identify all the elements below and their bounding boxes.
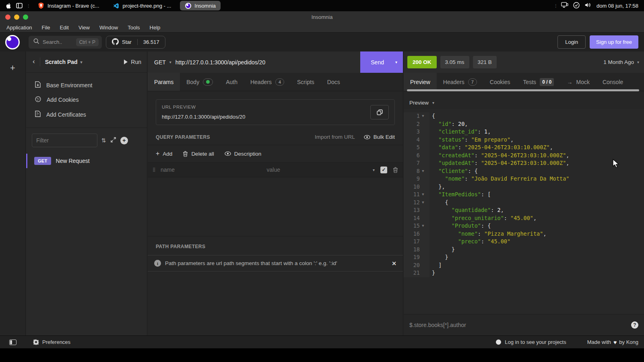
login-hint[interactable]: Log in to see your projects: [496, 339, 566, 345]
response-tab-tests[interactable]: Tests0 / 0: [516, 73, 560, 91]
volume-icon[interactable]: [584, 2, 592, 9]
copy-url-button[interactable]: [370, 105, 389, 119]
response-tab-mock[interactable]: →Mock: [560, 73, 596, 91]
sidebar-item-base-environment[interactable]: Base Environment: [26, 78, 147, 93]
plus-icon: +: [156, 150, 159, 157]
import-from-url-button[interactable]: Import from URL: [315, 134, 355, 140]
github-star-button[interactable]: Star 36.517: [106, 36, 165, 49]
app-tab-insomnia[interactable]: Insomnia: [180, 1, 221, 10]
response-body-viewer[interactable]: 1▼{2 "id": 20,3 "cliente_id": 1,4 "statu…: [404, 109, 644, 314]
request-list-item[interactable]: GET New Request: [26, 154, 147, 168]
response-tab-cookies[interactable]: Cookies: [483, 73, 517, 91]
tab-label: Params: [154, 79, 173, 85]
drag-handle-icon[interactable]: ⣿: [153, 169, 158, 171]
code-line: 4 "status": "Em preparo",: [404, 136, 644, 144]
url-input[interactable]: http://127.0.0.1:3000/api/pedidos/20: [175, 59, 265, 66]
gutter: 9: [404, 175, 429, 183]
bulk-edit-button[interactable]: Bulk Edit: [364, 134, 395, 140]
menu-file[interactable]: File: [38, 25, 54, 31]
response-tab-console[interactable]: Console: [596, 73, 630, 91]
toggle-description-button[interactable]: Description: [225, 151, 262, 157]
menu-tools[interactable]: Tools: [124, 25, 144, 31]
code-line: 21}: [404, 269, 644, 277]
close-icon[interactable]: ✕: [392, 260, 396, 267]
sidebar-item-add-cookies[interactable]: Add Cookies: [26, 93, 147, 107]
sidebar-item-label: Base Environment: [46, 82, 92, 88]
query-actions: + Add Delete all Description: [148, 145, 403, 162]
expand-icon[interactable]: [110, 137, 116, 144]
chevron-down-icon: ▾: [432, 101, 434, 105]
preferences-label: Preferences: [42, 339, 70, 345]
fold-spacer: [420, 238, 426, 246]
run-button[interactable]: Run: [124, 59, 141, 65]
request-tab-headers[interactable]: Headers4: [244, 73, 291, 91]
sort-icon[interactable]: ⇅: [101, 137, 106, 144]
gutter: 16: [404, 230, 429, 238]
back-chevron-icon[interactable]: ‹: [32, 58, 38, 66]
preview-mode-dropdown[interactable]: Preview ▾: [404, 95, 644, 111]
fold-toggle-icon[interactable]: ▼: [420, 112, 426, 120]
preview-mode-label: Preview: [409, 100, 429, 106]
delete-all-button[interactable]: Delete all: [183, 151, 214, 157]
request-tab-body[interactable]: Body: [180, 73, 219, 91]
request-tab-params[interactable]: Params: [148, 73, 180, 91]
param-name-input[interactable]: [161, 167, 264, 173]
response-tab-preview[interactable]: Preview: [404, 73, 437, 91]
response-history-dropdown[interactable]: 1 Month Ago ▾: [603, 59, 639, 65]
response-filter-input[interactable]: [409, 322, 631, 328]
fold-toggle-icon[interactable]: ▼: [420, 199, 426, 207]
signup-button[interactable]: Sign up for free: [590, 35, 638, 49]
menu-window[interactable]: Window: [95, 25, 122, 31]
code-line: 12▼ {: [404, 199, 644, 207]
menubar-clock[interactable]: dom 08 jun, 17:58: [597, 3, 638, 9]
path-parameters-title: PATH PARAMETERS: [148, 237, 403, 255]
toggle-sidebar-icon[interactable]: [9, 339, 17, 345]
add-request-button[interactable]: +: [120, 137, 128, 144]
request-tab-auth[interactable]: Auth: [219, 73, 244, 91]
request-tab-scripts[interactable]: Scripts: [291, 73, 321, 91]
fold-toggle-icon[interactable]: ▼: [420, 222, 426, 230]
preferences-button[interactable]: Preferences: [33, 339, 70, 345]
fold-toggle-icon[interactable]: ▼: [420, 167, 426, 175]
send-button[interactable]: Send ▾: [360, 51, 403, 73]
check-circle-icon[interactable]: [573, 2, 580, 10]
add-workspace-icon[interactable]: +: [0, 63, 25, 73]
fold-spacer: [420, 246, 426, 254]
window-switcher-icon[interactable]: [16, 2, 23, 9]
fold-spacer: [420, 152, 426, 160]
display-icon[interactable]: [561, 2, 568, 9]
workspace-selector[interactable]: Scratch Pad ▾: [45, 59, 83, 65]
method-selector[interactable]: GET ▾: [148, 59, 175, 66]
window-titlebar: Insomnia: [0, 11, 644, 23]
sidebar-filter-input[interactable]: [32, 134, 97, 147]
add-param-button[interactable]: + Add: [156, 150, 172, 157]
trash-icon[interactable]: [393, 167, 398, 173]
menu-view[interactable]: View: [74, 25, 94, 31]
menu-application[interactable]: Application: [2, 25, 36, 31]
menu-edit[interactable]: Edit: [56, 25, 73, 31]
insomnia-logo-icon[interactable]: [5, 35, 20, 49]
request-tab-docs[interactable]: Docs: [321, 73, 347, 91]
request-name: New Request: [56, 158, 90, 164]
app-tab-brave[interactable]: Instagram - Brave (c...: [33, 1, 104, 10]
method-badge: GET: [34, 157, 51, 165]
chevron-down-icon[interactable]: ▾: [373, 168, 375, 172]
help-icon[interactable]: ?: [631, 321, 638, 329]
response-tab-headers[interactable]: Headers7: [437, 73, 483, 91]
horizontal-scrollbar[interactable]: [407, 89, 639, 91]
code-line: 13 "quantidade": 2,: [404, 206, 644, 214]
param-enabled-checkbox[interactable]: ✓: [380, 167, 387, 173]
code-text: "preco": "45.00": [429, 238, 510, 246]
global-search-button[interactable]: Search.. Ctrl + P: [29, 36, 102, 49]
app-tab-vscode[interactable]: project-three.png - ...: [108, 1, 176, 10]
param-value-input[interactable]: [266, 167, 370, 173]
search-placeholder: Search..: [43, 39, 62, 45]
sidebar-item-add-certificates[interactable]: Add Certificates: [26, 107, 147, 122]
send-options-dropdown[interactable]: ▾: [393, 60, 403, 64]
line-number: 13: [404, 206, 420, 214]
menu-help[interactable]: Help: [146, 25, 165, 31]
login-button[interactable]: Login: [557, 35, 586, 49]
chevron-down-icon: ▾: [637, 60, 639, 64]
apple-logo-icon[interactable]: [6, 2, 12, 9]
fold-toggle-icon[interactable]: ▼: [420, 191, 426, 199]
